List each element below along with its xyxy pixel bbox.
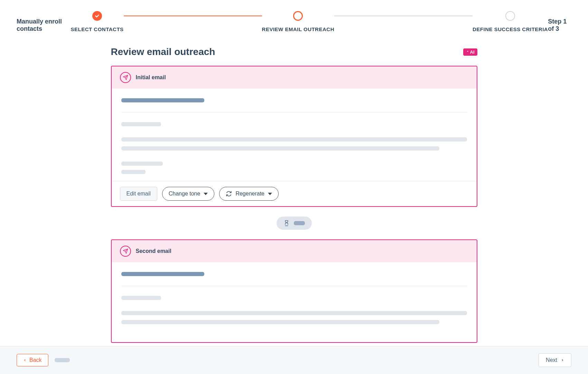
step-select-contacts[interactable]: SELECT CONTACTS: [71, 11, 124, 32]
email-body-placeholder: [112, 89, 477, 181]
next-label: Next: [546, 357, 557, 363]
skeleton-line: [121, 146, 439, 150]
skeleton-line: [294, 221, 305, 225]
header-title: Manually enroll contacts: [17, 8, 71, 33]
chevron-left-icon: [23, 358, 27, 362]
step-connector: [334, 16, 473, 16]
ai-badge-label: AI: [470, 49, 475, 55]
footer-bar: Back Next: [0, 346, 588, 374]
step-label: SELECT CONTACTS: [71, 26, 124, 32]
chevron-down-icon: [268, 193, 272, 195]
email-card-title: Initial email: [136, 74, 166, 81]
skeleton-line: [121, 311, 467, 315]
delay-pill[interactable]: [277, 217, 312, 230]
email-card-header: Second email: [112, 240, 477, 262]
back-label: Back: [29, 357, 42, 363]
chevron-right-icon: [561, 358, 564, 362]
step-label: DEFINE SUCCESS CRITERIA: [473, 26, 548, 32]
edit-email-button[interactable]: Edit email: [120, 187, 157, 201]
step-circle-current: [293, 11, 303, 21]
page-title: Review email outreach: [111, 46, 215, 57]
hourglass-icon: [283, 220, 290, 226]
step-counter: Step 1 of 3: [548, 8, 571, 33]
sparkle-icon: [466, 50, 469, 54]
skeleton-line: [121, 272, 204, 276]
skeleton-line: [121, 170, 146, 174]
skeleton-line: [121, 98, 204, 102]
refresh-icon: [226, 191, 232, 197]
email-card-title: Second email: [136, 248, 171, 254]
next-button[interactable]: Next: [539, 353, 571, 367]
send-icon: [120, 246, 131, 257]
main-content: Review email outreach AI Initial email E…: [111, 46, 477, 374]
change-tone-button[interactable]: Change tone: [162, 187, 215, 201]
skeleton-line: [121, 137, 467, 142]
email-card-second: Second email: [111, 239, 477, 343]
chevron-down-icon: [204, 193, 208, 195]
send-icon: [120, 72, 131, 83]
divider: [121, 286, 467, 286]
email-card-initial: Initial email Edit email Change tone Reg…: [111, 66, 477, 207]
skeleton-line: [121, 122, 161, 126]
step-label: REVIEW EMAIL OUTREACH: [262, 26, 334, 32]
divider: [121, 112, 467, 112]
step-circle-todo: [505, 11, 515, 21]
step-review-outreach[interactable]: REVIEW EMAIL OUTREACH: [262, 11, 334, 32]
ai-badge[interactable]: AI: [463, 48, 477, 56]
email-actions: Edit email Change tone Regenerate: [112, 181, 477, 206]
skeleton-line: [55, 358, 70, 362]
regenerate-button[interactable]: Regenerate: [219, 187, 279, 201]
wizard-header: Manually enroll contacts SELECT CONTACTS…: [0, 0, 588, 33]
skeleton-line: [121, 296, 161, 300]
skeleton-line: [121, 162, 163, 166]
step-define-success[interactable]: DEFINE SUCCESS CRITERIA: [473, 11, 548, 32]
email-body-placeholder: [112, 262, 477, 342]
step-connector: [124, 16, 262, 16]
back-button[interactable]: Back: [17, 354, 48, 366]
regenerate-label: Regenerate: [235, 191, 264, 197]
change-tone-label: Change tone: [169, 191, 200, 197]
check-icon: [92, 11, 102, 21]
skeleton-line: [121, 320, 439, 324]
email-card-header: Initial email: [112, 66, 477, 89]
stepper: SELECT CONTACTS REVIEW EMAIL OUTREACH DE…: [71, 8, 548, 32]
